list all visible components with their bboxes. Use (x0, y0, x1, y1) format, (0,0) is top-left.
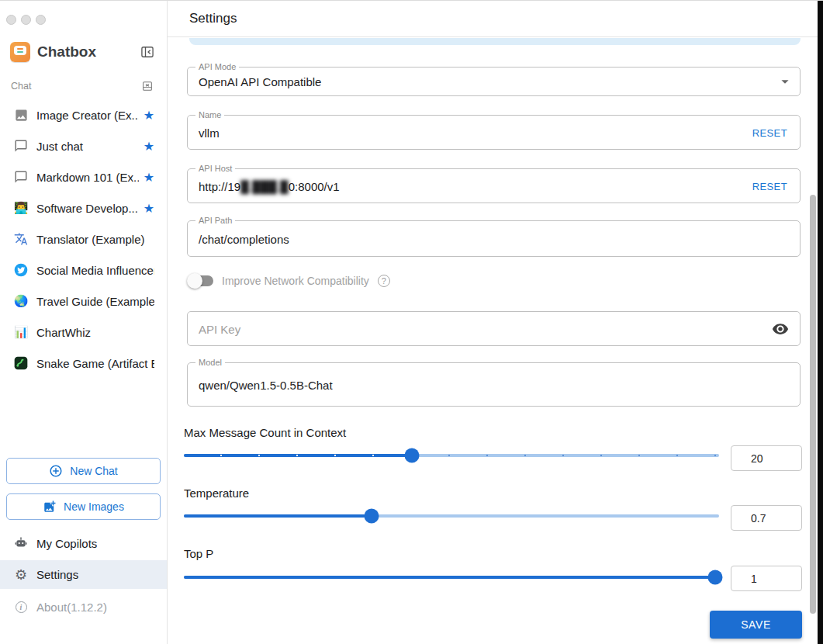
chat-section-label: Chat (11, 81, 140, 92)
sidebar-item-travel-guide[interactable]: 🌏 Travel Guide (Example) ★ (0, 286, 167, 317)
top-p-input[interactable]: 1 (731, 566, 802, 591)
top-p-slider[interactable] (184, 570, 719, 585)
settings-header: Settings (168, 1, 818, 37)
name-value: vllm (199, 126, 220, 139)
sidebar-item-just-chat[interactable]: Just chat ★ (0, 130, 167, 161)
window-right-edge (818, 1, 823, 644)
robot-icon (12, 536, 29, 550)
gear-icon: ⚙ (12, 568, 29, 582)
info-icon: i (12, 601, 29, 613)
scrollbar[interactable] (810, 195, 816, 614)
scrolled-tab-strip (189, 38, 801, 45)
archive-icon[interactable] (140, 79, 154, 93)
api-mode-select[interactable]: API Mode OpenAI API Compatible (187, 67, 801, 96)
temperature-input[interactable]: 0.7 (731, 505, 802, 531)
network-compatibility-row: Improve Network Compatibility ? (187, 272, 390, 289)
star-icon[interactable]: ★ (144, 139, 154, 154)
chevron-down-icon[interactable] (776, 73, 794, 90)
chat-bubble-icon (12, 138, 29, 154)
globe-emoji-icon: 🌏 (12, 293, 29, 309)
window-minimize-button[interactable] (21, 15, 31, 25)
image-plus-icon (43, 500, 57, 514)
window-controls (6, 15, 46, 25)
api-mode-value: OpenAI API Compatible (199, 75, 321, 88)
slider-thumb[interactable] (364, 509, 379, 524)
slider-thumb[interactable] (404, 448, 419, 463)
help-icon[interactable]: ? (378, 275, 390, 287)
slider-thumb[interactable] (708, 570, 723, 585)
sidebar-item-my-copilots[interactable]: My Copilots (0, 529, 167, 557)
chatbox-logo-icon (10, 42, 30, 62)
temperature-slider[interactable] (184, 508, 719, 524)
chart-emoji-icon: 📊 (12, 324, 29, 340)
sidebar-item-settings[interactable]: ⚙ Settings (0, 560, 167, 589)
api-path-value: /chat/completions (199, 232, 289, 245)
image-icon (12, 107, 29, 123)
sidebar-item-software-developer[interactable]: 👨‍💻 Software Develop... ★ (0, 192, 167, 223)
window-close-button[interactable] (6, 15, 16, 25)
temperature-label: Temperature (184, 486, 249, 500)
settings-panel: Settings API Mode OpenAI API Compatible … (167, 1, 818, 644)
developer-emoji-icon: 👨‍💻 (12, 200, 29, 216)
app-header: Chatbox (10, 41, 157, 63)
sidebar-item-snake-game[interactable]: Snake Game (Artifact E... ★ (0, 348, 167, 379)
star-icon[interactable]: ★ (144, 170, 154, 185)
plus-circle-icon (49, 464, 63, 478)
toggle-label: Improve Network Compatibility (222, 275, 369, 287)
api-key-placeholder: API Key (199, 322, 240, 335)
top-p-label: Top P (184, 547, 213, 560)
twitter-icon (12, 262, 29, 278)
collapse-sidebar-icon[interactable] (138, 43, 157, 61)
sidebar-item-translator[interactable]: Translator (Example) ★ (0, 223, 167, 254)
star-icon[interactable]: ★ (144, 201, 154, 216)
sidebar-item-about[interactable]: i About(1.12.2) (0, 593, 167, 621)
sidebar-item-image-creator[interactable]: Image Creator (Ex... ★ (0, 99, 167, 130)
max-message-count-label: Max Message Count in Context (184, 426, 346, 439)
chat-bubble-icon (12, 169, 29, 185)
eye-icon[interactable] (772, 320, 789, 338)
api-path-field[interactable]: API Path /chat/completions (187, 220, 801, 257)
sidebar-item-chartwhiz[interactable]: 📊 ChartWhiz ★ (0, 317, 167, 348)
redacted-text: █.███.█ (240, 179, 288, 192)
chat-section-header: Chat (11, 79, 154, 93)
sidebar: Chatbox Chat Image Creator (Ex... ★ Just… (0, 1, 167, 644)
window-zoom-button[interactable] (36, 15, 46, 25)
new-chat-button[interactable]: New Chat (6, 458, 161, 484)
max-message-count-input[interactable]: 20 (731, 445, 802, 471)
conversation-list: Image Creator (Ex... ★ Just chat ★ Markd… (0, 99, 167, 379)
sidebar-item-social-media-influencer[interactable]: Social Media Influencer ... ★ (0, 254, 167, 286)
snake-game-icon (12, 355, 29, 371)
max-message-count-slider[interactable] (184, 448, 719, 463)
model-value: qwen/Qwen1.5-0.5B-Chat (199, 378, 333, 391)
api-host-value: http://19█.███.█0:8000/v1 (199, 179, 340, 192)
name-field[interactable]: Name vllm RESET (187, 115, 801, 150)
api-host-field[interactable]: API Host http://19█.███.█0:8000/v1 RESET (187, 168, 801, 203)
network-compatibility-toggle[interactable] (187, 273, 213, 289)
api-key-field[interactable]: API Key (187, 311, 801, 346)
api-host-reset-button[interactable]: RESET (752, 180, 787, 192)
page-title: Settings (189, 11, 237, 26)
new-images-button[interactable]: New Images (6, 493, 161, 520)
app-title: Chatbox (37, 43, 138, 61)
sidebar-item-markdown-101[interactable]: Markdown 101 (Ex... ★ (0, 161, 167, 192)
name-reset-button[interactable]: RESET (752, 126, 787, 138)
save-button[interactable]: SAVE (710, 611, 802, 639)
model-field[interactable]: Model qwen/Qwen1.5-0.5B-Chat (187, 362, 801, 407)
translate-icon (12, 231, 29, 247)
star-icon[interactable]: ★ (144, 108, 154, 123)
